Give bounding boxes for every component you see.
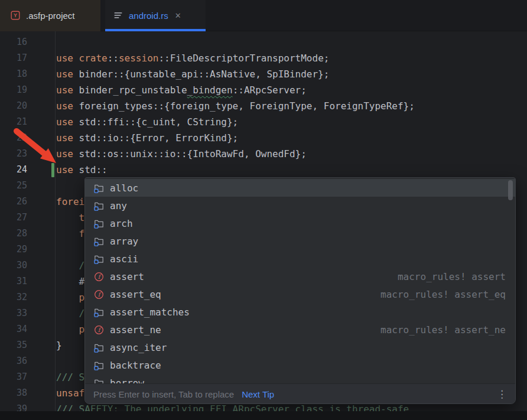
code-editor[interactable]: 16 17 use crate::session::FileDescriptor… xyxy=(0,31,527,420)
completion-item[interactable]: f alloc xyxy=(85,179,515,197)
completion-footer: Press Enter to insert, Tab to replace Ne… xyxy=(85,383,515,404)
completion-label: assert_eq xyxy=(110,289,161,300)
line-number: 32 xyxy=(0,289,27,305)
line-text: use std::os::unix::io::{IntoRawFd, Owned… xyxy=(56,146,307,162)
code-segment: crate xyxy=(79,53,108,64)
completion-popup: f alloc f any xyxy=(84,177,516,404)
line-number: 21 xyxy=(0,114,27,130)
code-line: 17 use crate::session::FileDescriptorTra… xyxy=(0,50,527,66)
line-number: 16 xyxy=(0,34,27,50)
line-number: 24 xyxy=(0,162,27,178)
window-bottom-edge xyxy=(0,411,527,420)
yaml-file-icon: Y xyxy=(11,11,21,21)
code-line: 20 use foreign_types::{foreign_type, For… xyxy=(0,98,527,114)
completion-item[interactable]: f array xyxy=(85,232,515,250)
code-segment xyxy=(56,324,79,335)
line-number: 29 xyxy=(0,242,27,258)
tab-close-icon[interactable]: ✕ xyxy=(175,12,181,19)
svg-text:f: f xyxy=(98,326,102,333)
code-segment: use xyxy=(56,148,79,159)
more-options-icon[interactable]: ⋮ xyxy=(497,388,507,401)
completion-label: array xyxy=(110,236,138,247)
completion-hint: macro_rules! assert xyxy=(398,271,506,282)
completion-label: alloc xyxy=(110,183,138,194)
rust-file-icon xyxy=(113,11,123,21)
line-number: 31 xyxy=(0,274,27,289)
tab-android-rs[interactable]: android.rs ✕ xyxy=(105,0,206,31)
completion-label: assert_matches xyxy=(110,307,190,318)
code-line: 19 use binder_rpc_unstable_bindgen::ARpc… xyxy=(0,82,527,98)
code-line: 22 use std::io::{Error, ErrorKind}; xyxy=(0,130,527,146)
code-line: 24 use std:: xyxy=(0,162,527,178)
completion-item[interactable]: f borrow xyxy=(85,374,515,383)
code-line: 16 xyxy=(0,34,527,50)
code-segment: t xyxy=(79,212,85,223)
line-number: 35 xyxy=(0,337,27,353)
completion-label: borrow xyxy=(110,377,144,384)
line-text: use crate::session::FileDescriptorTransp… xyxy=(56,50,329,66)
next-tip-link[interactable]: Next Tip xyxy=(242,389,274,399)
line-number: 23 xyxy=(0,146,27,162)
completion-item[interactable]: f assert_ne macro_rules! assert_ne xyxy=(85,321,515,338)
code-segment: std:: xyxy=(79,164,108,175)
line-text: p xyxy=(56,289,84,305)
completion-item[interactable]: f assert_eq macro_rules! assert_eq xyxy=(85,285,515,303)
line-text: } xyxy=(56,337,62,353)
line-number: 38 xyxy=(0,385,27,401)
completion-item[interactable]: f assert macro_rules! assert xyxy=(85,268,515,285)
module-icon xyxy=(94,307,104,317)
code-segment: use xyxy=(56,69,79,80)
line-number: 27 xyxy=(0,210,27,226)
code-segment: / xyxy=(56,308,84,319)
code-segment: p xyxy=(79,292,85,303)
code-segment: foreign_types::{foreign_type, ForeignTyp… xyxy=(79,100,415,112)
code-segment xyxy=(56,292,79,303)
completion-item[interactable]: f ascii xyxy=(85,250,515,268)
vcs-change-marker xyxy=(51,163,54,177)
completion-label: arch xyxy=(110,218,133,229)
completion-item[interactable]: f any xyxy=(85,197,515,214)
ide-window: Y .asfp-project android.rs ✕ 16 17 xyxy=(0,0,527,420)
code-segment: p xyxy=(79,324,85,335)
line-number: 33 xyxy=(0,305,27,321)
tab-label: android.rs xyxy=(129,11,168,21)
module-icon xyxy=(94,378,104,384)
line-number: 20 xyxy=(0,98,27,114)
code-segment: std::ffi::{c_uint, CString}; xyxy=(79,116,239,128)
completion-item[interactable]: f assert_matches xyxy=(85,303,515,321)
line-text: # xyxy=(56,274,84,289)
code-segment: ::ARpcServer; xyxy=(233,84,307,96)
completion-item[interactable]: f arch xyxy=(85,214,515,232)
line-text: use std::io::{Error, ErrorKind}; xyxy=(56,130,238,146)
module-icon xyxy=(94,343,104,353)
module-icon xyxy=(94,219,104,229)
tab-label: .asfp-project xyxy=(26,11,75,21)
code-segment: use xyxy=(56,164,79,175)
tab-asfp-project[interactable]: Y .asfp-project xyxy=(0,0,100,31)
line-text: / xyxy=(56,305,84,321)
module-icon xyxy=(94,254,104,264)
completion-item[interactable]: f backtrace xyxy=(85,356,515,374)
macro-icon: f xyxy=(94,272,104,282)
line-number: 30 xyxy=(0,258,27,274)
code-segment: :: xyxy=(108,53,119,64)
line-text: f xyxy=(56,226,84,242)
line-number: 25 xyxy=(0,178,27,194)
code-segment: f xyxy=(79,228,85,239)
completion-label: ascii xyxy=(110,253,138,265)
completion-list: f alloc f any xyxy=(85,178,515,383)
completion-item[interactable]: f async_iter xyxy=(85,338,515,356)
line-text: p xyxy=(56,321,84,337)
module-icon xyxy=(94,236,104,246)
code-segment: use xyxy=(56,53,79,64)
svg-text:f: f xyxy=(98,291,102,297)
macro-icon: f xyxy=(94,289,104,299)
line-number: 37 xyxy=(0,369,27,385)
code-segment: unsaf xyxy=(56,388,84,399)
popup-scrollbar-thumb[interactable] xyxy=(508,180,513,200)
code-segment: } xyxy=(56,340,62,351)
module-icon xyxy=(94,201,104,211)
code-segment: / xyxy=(56,260,84,271)
line-text: use std:: xyxy=(56,162,108,178)
code-segment: std::os::unix::io::{IntoRawFd, OwnedFd}; xyxy=(79,148,307,159)
